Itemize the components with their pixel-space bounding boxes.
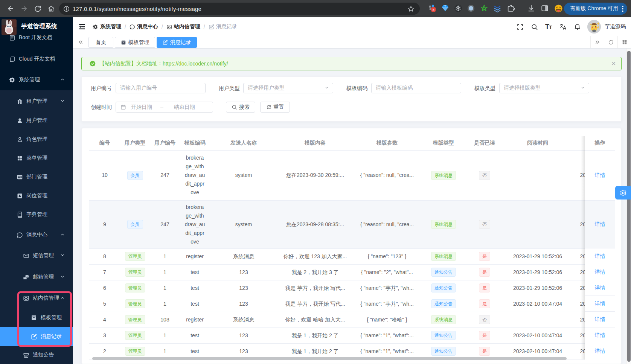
svg-text:8: 8 bbox=[433, 8, 434, 12]
